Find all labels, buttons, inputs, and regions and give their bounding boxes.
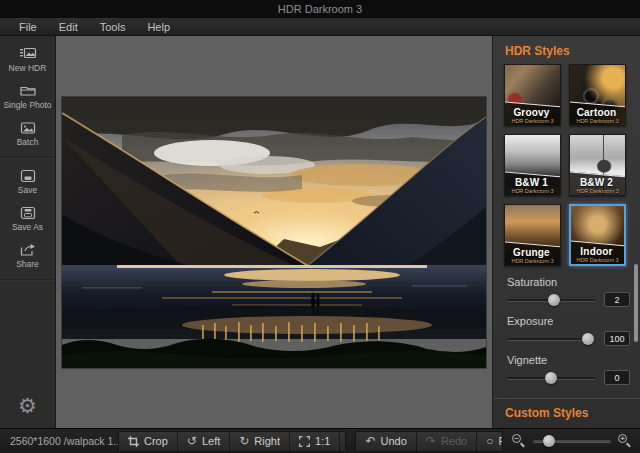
crop-button-label: Crop	[144, 435, 168, 447]
rotate-right-icon: ↻	[239, 435, 249, 447]
edit-button-group: Crop ↺ Left ↻ Right 1:1 Compare	[118, 431, 346, 452]
sidebar-item-label: New HDR	[9, 63, 47, 73]
sidebar-item-share[interactable]: Share	[0, 238, 55, 275]
rotate-left-icon: ↺	[187, 435, 197, 447]
style-thumb-cartoon[interactable]: Cartoon HDR Darkroom 3	[569, 64, 626, 126]
custom-styles-header[interactable]: Custom Styles	[493, 398, 640, 428]
image-info-text: 2560*1600 /walpack 1...	[10, 435, 118, 447]
exposure-label: Exposure	[507, 315, 640, 327]
style-thumb-name: Grunge	[505, 247, 558, 258]
adjustment-sliders: Saturation 2 Exposure	[493, 266, 640, 393]
vignette-slider[interactable]	[507, 372, 595, 384]
menubar: File Edit Tools Help	[0, 18, 640, 36]
saturation-value[interactable]: 2	[604, 292, 630, 307]
main-body: New HDR Single Photo Batch	[0, 36, 640, 428]
new-hdr-icon	[19, 47, 37, 61]
style-thumb-bw1[interactable]: B&W 1 HDR Darkroom 3	[504, 134, 561, 196]
sidebar-item-label: Save	[18, 185, 37, 195]
status-bar: 2560*1600 /walpack 1... Crop ↺ Left ↻ Ri…	[0, 428, 640, 453]
style-thumb-watermark: HDR Darkroom 3	[505, 188, 560, 194]
titlebar[interactable]: HDR Darkroom 3	[0, 0, 640, 18]
zoom-in-button[interactable]: +	[618, 434, 632, 448]
reset-icon: ○	[486, 435, 493, 447]
photo-preview	[62, 97, 486, 368]
menu-tools[interactable]: Tools	[91, 20, 135, 34]
compare-button[interactable]: Compare	[339, 432, 346, 451]
sidebar-item-new-hdr[interactable]: New HDR	[0, 42, 55, 79]
style-thumb-watermark: HDR Darkroom 3	[505, 118, 560, 124]
zoom-slider[interactable]	[533, 435, 611, 447]
exposure-slider-block: Exposure 100	[507, 315, 640, 346]
vignette-slider-block: Vignette 0	[507, 354, 640, 385]
saturation-label: Saturation	[507, 276, 640, 288]
style-thumbnail-grid: Groovy HDR Darkroom 3 Cartoon HDR Darkro…	[493, 64, 640, 266]
sidebar-item-save-as[interactable]: Save As	[0, 201, 55, 238]
one-to-one-button[interactable]: 1:1	[289, 432, 339, 451]
style-thumb-name: B&W 1	[505, 177, 558, 188]
menu-file[interactable]: File	[10, 20, 46, 34]
sidebar-item-label: Single Photo	[3, 100, 51, 110]
sidebar-item-label: Share	[16, 259, 39, 269]
sidebar-item-label: Save As	[12, 222, 43, 232]
panel-scrollbar[interactable]	[634, 264, 638, 342]
gear-icon: ⚙	[18, 396, 37, 416]
canvas-area[interactable]	[56, 36, 492, 428]
zoom-slider-handle[interactable]	[543, 435, 555, 447]
sidebar-item-batch[interactable]: Batch	[0, 116, 55, 153]
style-thumb-name: B&W 2	[570, 177, 623, 188]
crop-button[interactable]: Crop	[119, 432, 177, 451]
save-icon	[19, 169, 37, 183]
sidebar-item-save[interactable]: Save	[0, 164, 55, 201]
app-window: HDR Darkroom 3 File Edit Tools Help New …	[0, 0, 640, 453]
undo-button-label: Undo	[381, 435, 407, 447]
zoom-out-button[interactable]: −	[512, 434, 526, 448]
sidebar-group-output: Save Save As Share	[0, 158, 55, 280]
style-thumb-indoor[interactable]: Indoor HDR Darkroom 3	[569, 204, 626, 266]
slider-handle[interactable]	[548, 294, 560, 306]
one-to-one-label: 1:1	[315, 435, 330, 447]
slider-handle[interactable]	[545, 372, 557, 384]
style-thumb-grunge[interactable]: Grunge HDR Darkroom 3	[504, 204, 561, 266]
vignette-value[interactable]: 0	[604, 370, 630, 385]
history-button-group: ↶ Undo ↷ Redo ○ Reset All	[355, 431, 503, 452]
reset-all-label: Reset All	[498, 435, 503, 447]
window-title: HDR Darkroom 3	[278, 3, 362, 15]
style-thumb-watermark: HDR Darkroom 3	[571, 257, 624, 263]
sidebar-item-single-photo[interactable]: Single Photo	[0, 79, 55, 116]
style-thumb-bw2[interactable]: B&W 2 HDR Darkroom 3	[569, 134, 626, 196]
style-thumb-name: Indoor	[571, 246, 622, 257]
share-icon	[19, 243, 37, 257]
style-thumb-name: Cartoon	[570, 107, 623, 118]
settings-button[interactable]: ⚙	[0, 388, 55, 428]
menu-edit[interactable]: Edit	[50, 20, 87, 34]
exposure-slider[interactable]	[507, 333, 595, 345]
rotate-right-button[interactable]: ↻ Right	[229, 432, 289, 451]
batch-icon	[19, 121, 37, 135]
rotate-left-button[interactable]: ↺ Left	[177, 432, 229, 451]
style-thumb-watermark: HDR Darkroom 3	[570, 118, 625, 124]
sidebar: New HDR Single Photo Batch	[0, 36, 56, 428]
exposure-value[interactable]: 100	[604, 331, 630, 346]
sidebar-group-create: New HDR Single Photo Batch	[0, 36, 55, 158]
rotate-left-label: Left	[202, 435, 220, 447]
redo-icon: ↷	[426, 435, 436, 447]
style-thumb-watermark: HDR Darkroom 3	[505, 258, 560, 264]
sidebar-item-label: Batch	[17, 137, 39, 147]
rotate-right-label: Right	[254, 435, 280, 447]
reset-all-button[interactable]: ○ Reset All	[476, 432, 503, 451]
styles-panel: HDR Styles Groovy HDR Darkroom 3 Cartoon…	[492, 36, 640, 428]
style-thumb-watermark: HDR Darkroom 3	[570, 188, 625, 194]
actual-size-icon	[299, 436, 310, 447]
undo-button[interactable]: ↶ Undo	[356, 432, 415, 451]
saturation-slider[interactable]	[507, 294, 595, 306]
undo-icon: ↶	[365, 435, 375, 447]
saturation-slider-block: Saturation 2	[507, 276, 640, 307]
redo-button[interactable]: ↷ Redo	[416, 432, 476, 451]
fjord-sunset-photo	[62, 97, 486, 368]
slider-handle[interactable]	[582, 333, 594, 345]
menu-help[interactable]: Help	[138, 20, 179, 34]
style-thumb-groovy[interactable]: Groovy HDR Darkroom 3	[504, 64, 561, 126]
zoom-controls: − +	[512, 434, 632, 448]
save-as-icon	[19, 206, 37, 220]
single-photo-icon	[19, 84, 37, 98]
